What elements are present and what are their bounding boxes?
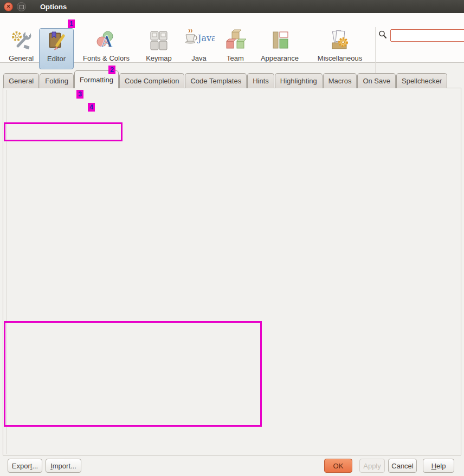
toolbar-item-label: Keymap (146, 54, 172, 62)
toolbar-item-label: Appearance (261, 54, 299, 62)
titlebar: Options (0, 0, 464, 13)
tab-spellchecker[interactable]: Spellchecker (396, 73, 447, 88)
apply-button[interactable]: Apply (359, 459, 385, 473)
toolbar-item-team[interactable]: Team (219, 28, 252, 71)
svg-text:A: A (101, 34, 113, 50)
toolbar-item-miscellaneous[interactable]: Miscellaneous (307, 28, 373, 71)
toolbar-item-keymap[interactable]: Keymap (137, 28, 181, 71)
restore-icon[interactable] (17, 2, 26, 11)
papers-gear-icon (328, 28, 351, 53)
tab-code-templates[interactable]: Code Templates (185, 73, 247, 88)
close-icon[interactable] (4, 2, 13, 11)
cubes-icon (224, 28, 247, 53)
toolbar-item-label: Fonts & Colors (83, 54, 130, 62)
ok-button[interactable]: OK (324, 459, 352, 473)
keyboard-keys-icon (147, 28, 170, 53)
export-button[interactable]: Export... (8, 459, 42, 473)
toolbar-item-label: Java (191, 54, 206, 62)
tab-highlighting[interactable]: Highlighting (275, 73, 323, 88)
editor-tabstrip: General Folding Formatting Code Completi… (3, 70, 448, 88)
toolbar-item-general[interactable]: General (4, 28, 38, 71)
tab-macros[interactable]: Macros (323, 73, 357, 88)
search-icon (378, 30, 387, 41)
toolbar-item-label: Editor (47, 55, 66, 63)
tab-formatting[interactable]: Formatting (74, 70, 119, 88)
toolbar-item-appearance[interactable]: Appearance (254, 28, 306, 71)
options-dialog: Options General (0, 0, 464, 476)
formatting-panel (3, 88, 461, 455)
toolbar-item-editor[interactable]: Editor (39, 28, 74, 69)
java-cup-icon: Java (183, 28, 215, 53)
toolbar-item-java[interactable]: Java Java (182, 28, 216, 71)
book-pencil-icon (45, 29, 68, 54)
help-button[interactable]: Help (423, 459, 454, 473)
tab-hints[interactable]: Hints (247, 73, 274, 88)
toolbar-item-label: Team (227, 54, 244, 62)
toolbar-item-label: General (9, 54, 34, 62)
letter-a-colors-icon: A (95, 28, 118, 53)
gears-wrench-icon (10, 28, 33, 53)
layout-blocks-icon (268, 28, 291, 53)
import-button[interactable]: Import... (46, 459, 81, 473)
toolbar-item-fonts-colors[interactable]: A Fonts & Colors (78, 28, 134, 71)
tab-on-save[interactable]: On Save (357, 73, 396, 88)
tab-general[interactable]: General (3, 73, 39, 88)
toolbar-item-label: Miscellaneous (318, 54, 362, 62)
category-toolbar: General Editor A (0, 13, 464, 63)
window-title: Options (40, 3, 67, 11)
toolbar-separator (375, 27, 376, 74)
search-input[interactable] (390, 29, 464, 42)
tab-code-completion[interactable]: Code Completion (119, 73, 184, 88)
panel-inner-border (6, 90, 7, 454)
svg-text:Java: Java (197, 33, 215, 43)
cancel-button[interactable]: Cancel (388, 459, 417, 473)
tab-folding[interactable]: Folding (40, 73, 74, 88)
